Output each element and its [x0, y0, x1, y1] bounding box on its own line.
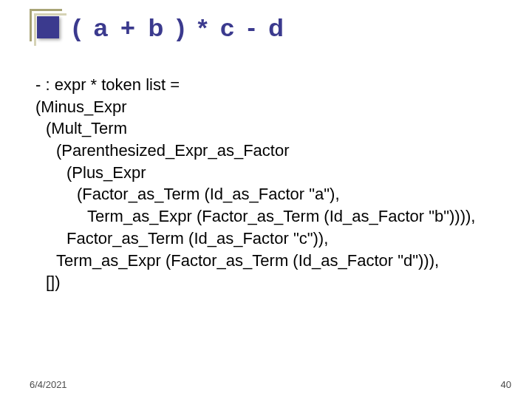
title-decorative-box [30, 9, 62, 41]
body-line: Factor_as_Term (Id_as_Factor "c")), [66, 228, 508, 250]
footer-page-number: 40 [501, 379, 511, 390]
body-line: (Factor_as_Term (Id_as_Factor "a"), [77, 183, 508, 205]
body-line: Term_as_Expr (Factor_as_Term (Id_as_Fact… [87, 205, 508, 228]
slide-title-region: ( a + b ) * c - d [30, 9, 502, 53]
body-line: (Parenthesized_Expr_as_Factor [56, 140, 508, 162]
body-line: (Minus_Expr [35, 96, 508, 118]
body-line: (Mult_Term [46, 117, 508, 140]
slide-body: - : expr * token list =(Minus_Expr(Mult_… [35, 74, 508, 293]
footer-date: 6/4/2021 [30, 379, 67, 390]
body-line: Term_as_Expr (Factor_as_Term (Id_as_Fact… [56, 250, 508, 272]
body-line: - : expr * token list = [35, 74, 508, 96]
slide-title: ( a + b ) * c - d [72, 13, 287, 42]
box-fill-icon [37, 16, 59, 38]
body-line: []) [46, 271, 508, 293]
body-line: (Plus_Expr [66, 162, 508, 184]
